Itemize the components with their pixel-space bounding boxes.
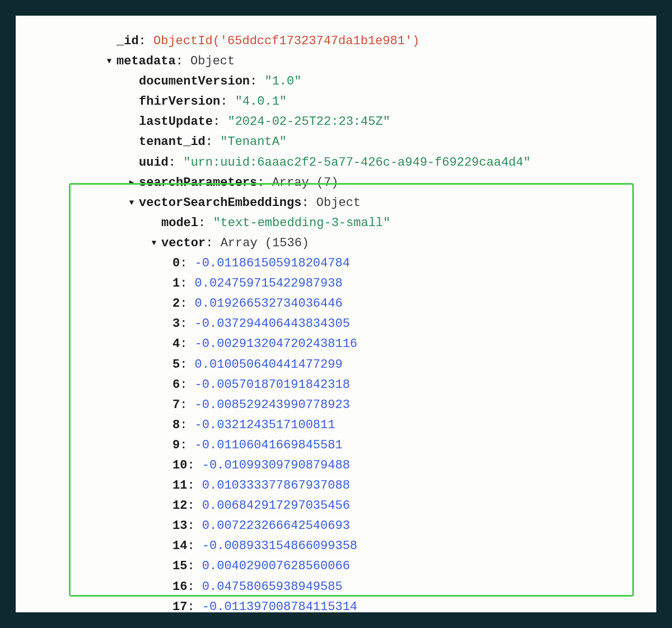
- key-vectorSearchEmbeddings: vectorSearchEmbeddings: [139, 196, 301, 210]
- key-documentVersion: documentVersion: [139, 74, 250, 88]
- caret-down-icon[interactable]: ▼: [150, 237, 158, 250]
- vector-item[interactable]: 3: -0.037294406443834305: [83, 314, 656, 334]
- vector-index: 1: [172, 276, 180, 290]
- field-metadata[interactable]: ▼metadata: Object: [83, 51, 656, 72]
- key-lastUpdate: lastUpdate: [139, 115, 213, 129]
- vector-index: 9: [172, 438, 180, 452]
- key-model: model: [161, 216, 198, 230]
- key-searchParameters: searchParameters: [139, 176, 257, 190]
- vector-value: -0.008933154866099358: [195, 539, 357, 553]
- window-frame: _id: ObjectId('65ddccf17323747da1b1e981'…: [0, 0, 672, 628]
- field-vector[interactable]: ▼vector: Array (1536): [83, 233, 656, 254]
- key-fhirVersion: fhirVersion: [139, 95, 220, 109]
- value-lastUpdate: "2024-02-25T22:23:45Z": [227, 115, 390, 129]
- key-tenant_id: tenant_id: [139, 135, 206, 149]
- vector-value: 0.010333377867937088: [195, 479, 350, 493]
- key-id: _id: [116, 34, 139, 48]
- vector-index: 4: [172, 337, 180, 351]
- key-metadata: metadata: [116, 54, 176, 68]
- vector-item[interactable]: 14: -0.008933154866099358: [83, 536, 656, 556]
- field-searchParameters[interactable]: ▶searchParameters: Array (7): [83, 173, 656, 193]
- vector-value: -0.01099309790879488: [195, 458, 350, 472]
- field-uuid[interactable]: uuid: "urn:uuid:6aaac2f2-5a77-426c-a949-…: [83, 153, 656, 173]
- vector-index: 16: [172, 580, 187, 594]
- vector-item[interactable]: 4: -0.0029132047202438116: [83, 334, 656, 354]
- vector-value: -0.011861505918204784: [187, 256, 349, 270]
- vector-value: 0.04758065938949585: [195, 580, 343, 594]
- field-fhirVersion[interactable]: fhirVersion: "4.0.1": [83, 92, 656, 112]
- vector-value: 0.024759715422987938: [187, 276, 342, 290]
- vector-item[interactable]: 12: 0.006842917297035456: [83, 496, 656, 516]
- vector-index: 10: [172, 458, 187, 472]
- vector-value: -0.0321243517100811: [187, 418, 335, 432]
- vector-index: 15: [172, 559, 187, 573]
- vector-index: 0: [172, 256, 180, 270]
- type-vectorSearchEmbeddings: Object: [316, 196, 361, 210]
- field-documentVersion[interactable]: documentVersion: "1.0": [83, 72, 656, 92]
- caret-down-icon[interactable]: ▼: [128, 197, 136, 209]
- vector-index: 13: [172, 519, 187, 533]
- value-fhirVersion: "4.0.1": [235, 95, 287, 109]
- vector-index: 2: [172, 297, 180, 311]
- document-tree: _id: ObjectId('65ddccf17323747da1b1e981'…: [16, 31, 656, 612]
- vector-item[interactable]: 17: -0.011397008784115314: [83, 597, 656, 612]
- value-documentVersion: "1.0": [264, 74, 301, 88]
- key-vector: vector: [161, 236, 206, 250]
- vector-item[interactable]: 6: -0.005701870191842318: [83, 375, 656, 395]
- vector-item[interactable]: 13: 0.007223266642540693: [83, 516, 656, 536]
- vector-index: 17: [172, 600, 187, 612]
- vector-item[interactable]: 2: 0.019266532734036446: [83, 294, 656, 314]
- type-vector: Array (1536): [221, 236, 309, 250]
- field-lastUpdate[interactable]: lastUpdate: "2024-02-25T22:23:45Z": [83, 112, 656, 132]
- value-tenant_id: "TenantA": [220, 135, 287, 149]
- vector-item[interactable]: 5: 0.010050640441477299: [83, 355, 656, 375]
- type-metadata: Object: [190, 54, 235, 68]
- vector-index: 8: [172, 418, 180, 432]
- vector-value: -0.01106041669845581: [187, 438, 342, 452]
- vector-index: 14: [172, 539, 187, 553]
- vector-value: -0.037294406443834305: [187, 317, 349, 331]
- value-model: "text-embedding-3-small": [213, 216, 390, 230]
- vector-item[interactable]: 9: -0.01106041669845581: [83, 435, 656, 456]
- document-panel: _id: ObjectId('65ddccf17323747da1b1e981'…: [16, 16, 656, 612]
- vector-item[interactable]: 1: 0.024759715422987938: [83, 274, 656, 294]
- vector-value: 0.007223266642540693: [195, 519, 350, 533]
- vector-value: -0.011397008784115314: [195, 600, 357, 612]
- vector-index: 7: [172, 398, 180, 412]
- vector-item[interactable]: 8: -0.0321243517100811: [83, 415, 656, 435]
- value-uuid: "urn:uuid:6aaac2f2-5a77-426c-a949-f69229…: [183, 156, 531, 170]
- field-tenant_id[interactable]: tenant_id: "TenantA": [83, 132, 656, 152]
- vector-index: 11: [172, 479, 187, 493]
- type-searchParameters: Array (7): [272, 176, 339, 190]
- field-vectorSearchEmbeddings[interactable]: ▼vectorSearchEmbeddings: Object: [83, 193, 656, 213]
- vector-item[interactable]: 7: -0.008529243990778923: [83, 395, 656, 415]
- value-id: ObjectId('65ddccf17323747da1b1e981'): [153, 34, 419, 48]
- vector-item[interactable]: 10: -0.01099309790879488: [83, 456, 656, 476]
- vector-item[interactable]: 0: -0.011861505918204784: [83, 254, 656, 274]
- key-uuid: uuid: [139, 156, 169, 170]
- vector-value: 0.010050640441477299: [187, 358, 342, 372]
- vector-value: 0.006842917297035456: [195, 499, 350, 513]
- vector-item[interactable]: 11: 0.010333377867937088: [83, 476, 656, 496]
- vector-value: -0.005701870191842318: [187, 378, 349, 392]
- vector-index: 6: [172, 378, 180, 392]
- field-id[interactable]: _id: ObjectId('65ddccf17323747da1b1e981'…: [83, 31, 656, 51]
- vector-index: 3: [172, 317, 180, 331]
- vector-list: 0: -0.0118615059182047841: 0.02475971542…: [83, 254, 656, 612]
- vector-index: 12: [172, 499, 187, 513]
- vector-value: 0.019266532734036446: [187, 297, 342, 311]
- vector-value: -0.008529243990778923: [187, 398, 349, 412]
- vector-value: -0.0029132047202438116: [187, 337, 357, 351]
- vector-item[interactable]: 16: 0.04758065938949585: [83, 577, 656, 597]
- vector-value: 0.004029007628560066: [195, 559, 350, 573]
- caret-down-icon[interactable]: ▼: [105, 55, 113, 68]
- field-model[interactable]: model: "text-embedding-3-small": [83, 213, 656, 233]
- vector-index: 5: [172, 358, 180, 372]
- vector-item[interactable]: 15: 0.004029007628560066: [83, 556, 656, 577]
- caret-right-icon[interactable]: ▶: [128, 177, 136, 189]
